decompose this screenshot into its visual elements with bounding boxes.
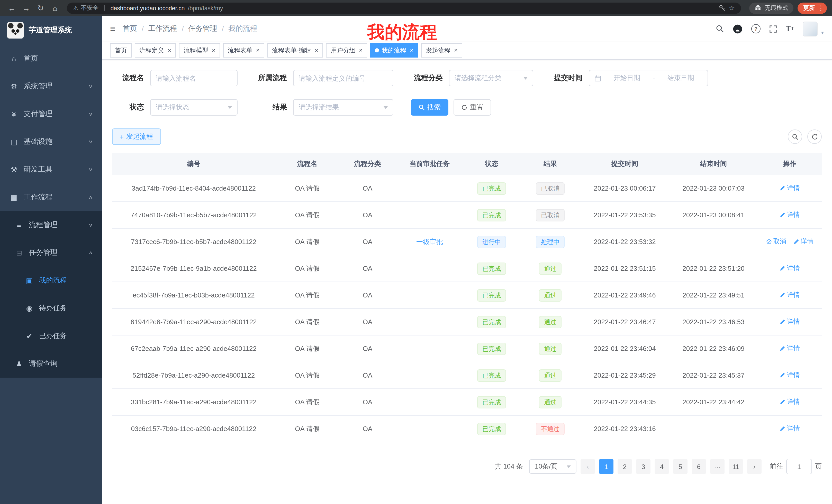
sidebar-item-home[interactable]: ⌂首页 <box>0 45 102 73</box>
breadcrumb-item[interactable]: 首页 <box>123 24 137 33</box>
close-icon[interactable]: × <box>212 47 215 54</box>
sidebar-item-todo-tasks[interactable]: ◉待办任务 <box>0 295 102 322</box>
key-icon[interactable] <box>719 5 726 11</box>
sidebar-item-task-management[interactable]: ⊟任务管理∧ <box>0 239 102 267</box>
current-task-link[interactable]: 一级审批 <box>416 237 443 245</box>
search-button[interactable]: 搜索 <box>411 99 448 116</box>
close-icon[interactable]: × <box>315 47 318 54</box>
close-icon[interactable]: × <box>454 47 458 54</box>
sidebar-item-workflow[interactable]: ▦工作流程∧ <box>0 184 102 211</box>
cell-status: 已完成 <box>463 389 520 415</box>
detail-button[interactable]: 详情 <box>780 344 800 353</box>
tab-process-definition[interactable]: 流程定义× <box>135 43 176 58</box>
success-tag: 已完成 <box>477 423 506 435</box>
reset-button[interactable]: 重置 <box>453 99 491 116</box>
incognito-badge[interactable]: 无痕模式 <box>749 2 794 13</box>
sidebar-item-done-tasks[interactable]: ✔已办任务 <box>0 322 102 350</box>
process-category-select[interactable]: 请选择流程分类 <box>449 70 533 86</box>
cell-submit-time: 2022-01-22 23:49:46 <box>580 282 669 309</box>
cell-current-task <box>396 309 463 335</box>
sidebar-item-label: 支付管理 <box>24 109 84 119</box>
reload-icon[interactable]: ↻ <box>34 2 47 14</box>
page-button[interactable]: 6 <box>692 459 706 474</box>
sidebar-item-dev-tools[interactable]: ⚒研发工具∨ <box>0 156 102 184</box>
page-button[interactable]: 1 <box>599 459 614 474</box>
close-icon[interactable]: × <box>167 47 171 54</box>
detail-button[interactable]: 详情 <box>780 264 800 273</box>
tab-home[interactable]: 首页 <box>110 43 132 58</box>
security-warning[interactable]: ⚠ 不安全 <box>73 4 99 12</box>
process-definition-input-field[interactable] <box>299 74 388 82</box>
tab-user-group[interactable]: 用户分组× <box>326 43 367 58</box>
detail-button[interactable]: 详情 <box>794 237 813 246</box>
sidebar-item-label: 基础设施 <box>24 137 84 146</box>
tab-process-model[interactable]: 流程模型× <box>179 43 220 58</box>
update-button[interactable]: 更新 ⋮ <box>798 2 827 13</box>
detail-button[interactable]: 详情 <box>780 211 800 219</box>
close-icon[interactable]: × <box>410 47 413 54</box>
process-name-input[interactable] <box>150 70 238 86</box>
tab-start-process[interactable]: 发起流程× <box>421 43 462 58</box>
pager-more-button[interactable]: ··· <box>710 459 725 474</box>
page-size-select[interactable]: 10条/页 <box>529 459 576 474</box>
result-select[interactable]: 请选择流结果 <box>293 99 393 116</box>
next-page-button[interactable]: › <box>747 459 761 474</box>
help-icon[interactable]: ? <box>751 24 760 33</box>
page-button[interactable]: 3 <box>636 459 650 474</box>
tab-my-process[interactable]: 我的流程× <box>370 43 418 58</box>
bookmark-star-icon[interactable]: ☆ <box>729 4 735 12</box>
refresh-icon[interactable] <box>807 130 822 144</box>
page-button[interactable]: 2 <box>618 459 632 474</box>
sidebar-item-payment-management[interactable]: ¥支付管理∨ <box>0 100 102 128</box>
home-icon[interactable]: ⌂ <box>48 2 62 14</box>
status-select[interactable]: 请选择状态 <box>150 99 238 116</box>
cancel-button[interactable]: 取消 <box>766 237 786 246</box>
chevron-down-icon[interactable]: ▾ <box>821 30 824 35</box>
toggle-search-icon[interactable] <box>788 130 802 144</box>
sidebar-item-infrastructure[interactable]: ▤基础设施∨ <box>0 128 102 156</box>
edit-icon <box>780 346 785 352</box>
detail-button[interactable]: 详情 <box>780 291 800 300</box>
cell-current-task <box>396 202 463 228</box>
detail-button[interactable]: 详情 <box>780 184 800 193</box>
tab-label: 用户分组 <box>331 46 355 55</box>
detail-button[interactable]: 详情 <box>780 371 800 380</box>
fullscreen-icon[interactable] <box>769 25 777 33</box>
tab-process-form-edit[interactable]: 流程表单-编辑× <box>267 43 323 58</box>
goto-page-input[interactable] <box>786 459 812 474</box>
sidebar-item-system-management[interactable]: ⚙系统管理∨ <box>0 73 102 100</box>
process-name-input-field[interactable] <box>156 74 232 82</box>
detail-button[interactable]: 详情 <box>780 424 800 433</box>
detail-button[interactable]: 详情 <box>780 317 800 326</box>
forward-icon[interactable]: → <box>20 2 33 14</box>
start-process-button[interactable]: + 发起流程 <box>112 129 161 145</box>
sidebar-item-leave-query[interactable]: ♟请假查询 <box>0 350 102 377</box>
address-bar[interactable]: ⚠ 不安全 dashboard.yudao.iocoder.cn /bpm/ta… <box>67 2 741 13</box>
detail-button[interactable]: 详情 <box>780 398 800 407</box>
page-button[interactable]: 5 <box>673 459 687 474</box>
sidebar-collapse-icon[interactable]: ≡ <box>110 23 114 34</box>
sidebar-item-my-process[interactable]: ▣我的流程 <box>0 267 102 295</box>
action-label: 详情 <box>787 424 800 433</box>
tab-process-form[interactable]: 流程表单× <box>223 43 264 58</box>
page-button[interactable]: 4 <box>655 459 669 474</box>
cell-end-time: 2022-01-23 00:08:41 <box>669 202 758 228</box>
date-range-picker[interactable]: 开始日期 - 结束日期 <box>589 70 708 86</box>
avatar[interactable] <box>803 21 817 36</box>
menu-kebab-icon[interactable]: ⋮ <box>817 4 824 12</box>
github-icon[interactable] <box>733 24 743 34</box>
close-icon[interactable]: × <box>359 47 363 54</box>
sidebar-item-process-management[interactable]: ≡流程管理∨ <box>0 211 102 239</box>
cell-actions: 详情 <box>758 255 822 282</box>
breadcrumb-item[interactable]: 工作流程 <box>148 24 177 33</box>
search-icon[interactable] <box>716 25 724 33</box>
back-icon[interactable]: ← <box>5 2 19 14</box>
breadcrumb-item[interactable]: 任务管理 <box>188 24 217 33</box>
page-button[interactable]: 11 <box>729 459 743 474</box>
font-size-icon[interactable]: TT <box>786 25 794 33</box>
start-process-label: 发起流程 <box>126 132 153 141</box>
app-logo[interactable]: 芋道管理系统 <box>0 16 102 45</box>
close-icon[interactable]: × <box>256 47 260 54</box>
prev-page-button[interactable]: ‹ <box>580 459 595 474</box>
process-definition-input[interactable] <box>293 70 393 86</box>
